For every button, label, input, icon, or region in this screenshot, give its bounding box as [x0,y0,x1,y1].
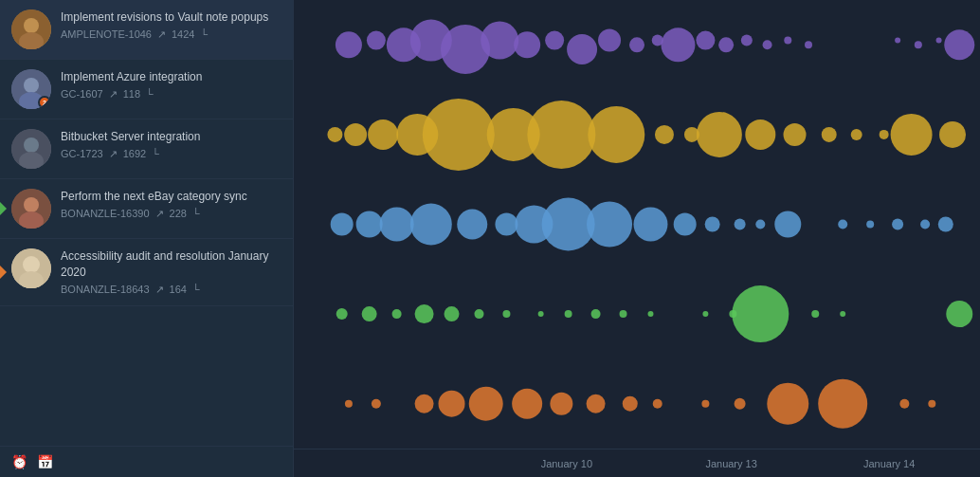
svg-point-80 [445,306,460,321]
main-container: Implement revisions to Vault note popups… [0,0,980,477]
svg-point-67 [705,217,720,232]
svg-point-102 [623,396,638,412]
sidebar-item-1[interactable]: Implement revisions to Vault note popups… [0,0,293,60]
svg-point-57 [356,211,383,238]
svg-point-52 [851,129,862,140]
item-3-id[interactable]: GC-1723 [61,148,103,159]
item-3-count: 1692 [123,148,146,159]
item-5-id[interactable]: BONANZLE-18643 [61,284,150,295]
svg-point-40 [368,119,398,150]
svg-point-74 [920,220,930,229]
avatar-3 [11,129,51,169]
sidebar: Implement revisions to Vault note popups… [0,0,294,477]
svg-point-82 [502,310,510,318]
svg-point-4 [24,78,39,93]
svg-point-88 [702,311,708,317]
orange-indicator [0,265,7,280]
item-2-id[interactable]: GC-1607 [61,88,103,100]
svg-point-72 [866,221,874,229]
svg-point-106 [767,383,808,425]
item-3-meta: GC-1723 ↗ 1692 └ [61,148,281,160]
svg-point-39 [344,123,367,146]
calendar-icon[interactable]: 📅 [37,454,53,469]
item-4-id[interactable]: BONANZLE-16390 [61,208,150,219]
clock-icon[interactable]: ⏰ [11,454,27,469]
svg-point-69 [755,220,765,229]
x-axis: January 10 January 13 January 14 [294,449,980,477]
svg-point-15 [336,31,362,58]
tree-icon-5: └ [192,284,200,295]
item-1-content: Implement revisions to Vault note popups… [61,9,281,41]
item-2-meta: GC-1607 ↗ 118 └ [61,88,281,101]
svg-point-51 [822,127,837,142]
sidebar-item-5[interactable]: Accessibility audit and resolution Janua… [0,239,293,306]
svg-point-34 [895,38,900,44]
svg-point-38 [327,127,342,142]
sidebar-item-4[interactable]: Perform the next eBay category sync BONA… [0,179,293,239]
svg-point-24 [598,29,621,52]
item-4-meta: BONANZLE-16390 ↗ 228 └ [61,208,281,220]
svg-point-75 [938,217,953,232]
item-2-title: Implement Azure integration [61,69,281,85]
svg-point-86 [620,310,627,318]
item-5-content: Accessibility audit and resolution Janua… [61,248,281,296]
svg-point-30 [741,35,753,46]
svg-point-36 [936,38,942,44]
sidebar-item-2[interactable]: 2 Implement Azure integration GC-1607 ↗ … [0,60,293,119]
item-4-content: Perform the next eBay category sync BONA… [61,189,281,220]
item-4-count: 228 [170,208,187,219]
svg-point-99 [512,389,542,419]
external-link-icon-1: ↗ [157,28,166,41]
svg-point-21 [514,31,540,58]
svg-point-70 [774,211,801,238]
item-1-count: 1424 [172,28,194,40]
svg-point-83 [538,311,544,317]
svg-point-107 [818,379,867,429]
x-label-jan14: January 14 [863,458,915,469]
svg-point-65 [633,208,667,242]
item-4-title: Perform the next eBay category sync [61,189,281,205]
svg-point-98 [469,387,503,421]
svg-point-78 [392,309,402,319]
svg-point-85 [591,309,601,319]
svg-point-92 [840,311,845,317]
svg-point-45 [588,106,644,163]
svg-point-91 [811,310,819,318]
svg-point-54 [891,114,933,156]
item-1-title: Implement revisions to Vault note popups [61,9,281,26]
svg-point-42 [423,99,495,171]
svg-point-7 [24,138,39,153]
item-2-count: 118 [123,88,140,100]
svg-point-37 [944,29,974,60]
item-1-meta: AMPLENOTE-1046 ↗ 1424 └ [61,28,281,41]
tree-icon-1: └ [200,28,208,40]
svg-point-87 [647,311,653,317]
svg-point-90 [732,285,789,342]
svg-point-101 [587,394,606,413]
avatar-4 [11,189,51,229]
item-1-id[interactable]: AMPLENOTE-1046 [61,28,152,40]
svg-point-35 [915,41,922,48]
svg-point-64 [587,202,632,248]
svg-point-104 [701,400,709,408]
external-link-icon-5: ↗ [155,284,164,296]
tree-icon-2: └ [146,88,154,100]
svg-point-95 [372,399,381,409]
svg-point-109 [928,400,935,408]
svg-point-1 [24,18,39,33]
tree-icon-4: └ [192,208,200,219]
svg-point-29 [718,37,734,52]
svg-point-76 [336,308,348,320]
bubble-chart [294,0,980,449]
svg-point-31 [763,40,772,49]
svg-point-58 [380,208,414,242]
svg-point-53 [880,130,889,139]
avatar-badge-2: 2 [38,96,51,109]
sidebar-item-3[interactable]: Bitbucket Server integration GC-1723 ↗ 1… [0,119,293,179]
svg-point-48 [697,112,742,157]
svg-point-33 [805,41,812,48]
svg-point-73 [892,219,903,230]
svg-point-19 [441,25,490,74]
svg-point-79 [415,304,434,323]
item-3-title: Bitbucket Server integration [61,129,281,145]
